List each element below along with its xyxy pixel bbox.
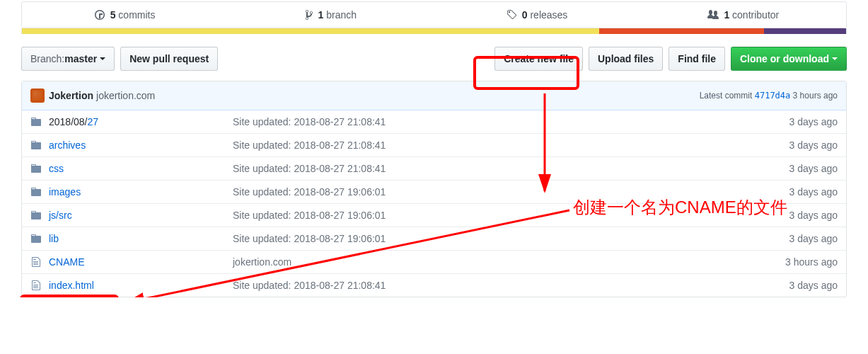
file-link[interactable]: js/src (49, 210, 72, 221)
people-icon (707, 9, 719, 21)
file-name: 2018/08/27 (49, 116, 233, 127)
latest-commit-bar: Jokertion jokertion.com Latest commit 47… (22, 81, 846, 110)
repo-stats: 5 commits 1 branch 0 releases 1 contribu… (21, 1, 847, 28)
file-age: 3 hours ago (753, 256, 838, 268)
contributors-label: contributor (732, 9, 779, 21)
file-commit-msg[interactable]: Site updated: 2018-08-27 21:08:41 (233, 139, 753, 151)
file-list-box: Jokertion jokertion.com Latest commit 47… (21, 81, 847, 297)
caret-down-icon (832, 57, 838, 63)
history-icon (95, 9, 105, 21)
file-name: lib (49, 233, 233, 244)
file-link[interactable]: images (49, 186, 81, 198)
folder-icon (30, 139, 42, 151)
annotation-text: 创建一个名为CNAME的文件 (573, 196, 787, 219)
file-name: index.html (49, 280, 233, 291)
file-row: index.htmlSite updated: 2018-08-27 21:08… (22, 273, 846, 297)
file-commit-msg[interactable]: Site updated: 2018-08-27 21:08:41 (233, 116, 753, 127)
file-commit-msg[interactable]: jokertion.com (233, 256, 753, 268)
file-row: archivesSite updated: 2018-08-27 21:08:4… (22, 133, 846, 156)
file-commit-msg[interactable]: Site updated: 2018-08-27 21:08:41 (233, 280, 753, 291)
commit-author[interactable]: Jokertion (49, 90, 93, 101)
file-age: 3 days ago (753, 163, 838, 174)
lang-seg-2 (599, 28, 764, 34)
commits-label: commits (118, 9, 155, 21)
file-row: cssSite updated: 2018-08-27 21:08:413 da… (22, 156, 846, 180)
commit-when: 3 hours ago (790, 91, 838, 101)
latest-commit-label: Latest commit (700, 91, 755, 101)
file-age: 3 days ago (753, 139, 838, 151)
file-link[interactable]: lib (49, 233, 59, 244)
commit-meta: Latest commit 4717d4a 3 hours ago (700, 91, 838, 101)
clone-label: Clone or download (740, 52, 829, 66)
file-age: 3 days ago (753, 116, 838, 127)
find-file-button[interactable]: Find file (669, 47, 725, 71)
file-age: 3 days ago (753, 280, 838, 291)
folder-icon (30, 163, 42, 174)
file-link[interactable]: CNAME (49, 256, 85, 268)
file-age: 3 days ago (753, 233, 838, 244)
file-row: 2018/08/27Site updated: 2018-08-27 21:08… (22, 110, 846, 133)
tag-icon (507, 9, 516, 21)
file-link[interactable]: css (49, 163, 64, 174)
file-name: archives (49, 139, 233, 151)
new-pull-request-button[interactable]: New pull request (120, 47, 218, 71)
file-name: CNAME (49, 256, 233, 268)
file-link[interactable]: index.html (49, 280, 94, 291)
branch-label: Branch: (30, 52, 64, 66)
file-link[interactable]: archives (49, 139, 86, 151)
file-commit-msg[interactable]: Site updated: 2018-08-27 19:06:01 (233, 233, 753, 244)
branches-count: 1 (318, 9, 324, 21)
commits-stat[interactable]: 5 commits (22, 2, 228, 28)
file-name: css (49, 163, 233, 174)
branches-stat[interactable]: 1 branch (228, 2, 434, 28)
commit-message[interactable]: jokertion.com (96, 90, 155, 101)
commit-sha[interactable]: 4717d4a (755, 91, 791, 101)
releases-stat[interactable]: 0 releases (434, 2, 640, 28)
language-bar[interactable] (21, 28, 847, 34)
folder-icon (30, 116, 42, 127)
branch-icon (306, 9, 313, 21)
file-row: CNAMEjokertion.com3 hours ago (22, 250, 846, 273)
commits-count: 5 (110, 9, 116, 21)
clone-download-button[interactable]: Clone or download (731, 47, 847, 71)
file-commit-msg[interactable]: Site updated: 2018-08-27 21:08:41 (233, 163, 753, 174)
folder-icon (30, 233, 42, 244)
releases-count: 0 (522, 9, 528, 21)
file-name: js/src (49, 210, 233, 221)
folder-icon (30, 210, 42, 221)
file-toolbar: Branch: master New pull request Create n… (21, 47, 847, 71)
create-new-file-button[interactable]: Create new file (494, 47, 583, 71)
folder-icon (30, 186, 42, 198)
releases-label: releases (530, 9, 567, 21)
lang-seg-3 (764, 28, 847, 34)
file-link[interactable]: 27 (88, 116, 99, 127)
upload-files-button[interactable]: Upload files (589, 47, 663, 71)
contributors-count: 1 (724, 9, 729, 21)
caret-down-icon (100, 57, 105, 63)
file-icon (30, 280, 42, 291)
file-name: images (49, 186, 233, 198)
lang-seg-1 (22, 28, 599, 34)
file-icon (30, 256, 42, 268)
contributors-stat[interactable]: 1 contributor (640, 2, 846, 28)
file-row: libSite updated: 2018-08-27 19:06:013 da… (22, 227, 846, 250)
branches-label: branch (326, 9, 357, 21)
branch-select[interactable]: Branch: master (21, 47, 115, 71)
avatar[interactable] (30, 88, 45, 103)
branch-name: master (64, 52, 97, 66)
